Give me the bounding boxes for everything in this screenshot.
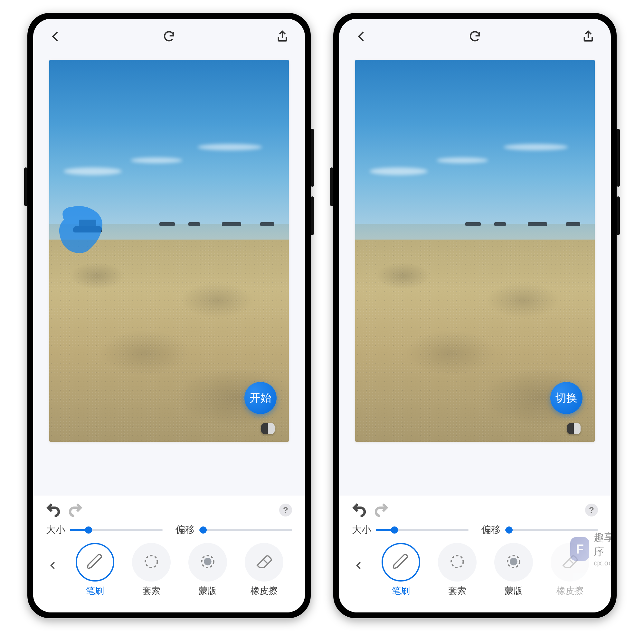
tool-eraser[interactable]: 橡皮擦 [245,543,283,597]
tool-list: 笔刷 套索 蒙版 [67,543,292,597]
image-canvas[interactable]: 切换 [355,60,595,442]
share-button[interactable] [581,29,595,43]
undo-button[interactable] [46,503,61,517]
refresh-button[interactable] [162,29,176,43]
image-canvas[interactable]: 开始 [49,60,289,442]
watermark-badge: F [570,537,589,561]
lasso-icon [142,553,160,572]
offset-slider[interactable] [199,529,292,531]
mask-icon [199,553,217,572]
redo-button[interactable] [374,503,389,517]
phone-left: F 趣享小程序 qx.oovc.cc [27,13,311,618]
svg-point-2 [204,558,211,565]
tool-mask[interactable]: 蒙版 [188,543,227,597]
back-button[interactable] [355,29,369,43]
tool-list: 笔刷 套索 蒙版 [373,543,598,597]
canvas-area: 切换 [339,54,611,496]
offset-label: 偏移 [175,523,195,536]
refresh-button[interactable] [468,29,482,43]
eraser-icon [255,553,273,572]
tools-nav-left[interactable] [352,543,366,588]
compare-toggle[interactable] [261,423,275,434]
tool-mask-label: 蒙版 [199,585,217,597]
mask-icon [505,553,523,572]
tool-brush[interactable]: 笔刷 [382,543,420,597]
svg-point-5 [510,558,517,565]
size-slider[interactable] [376,529,469,531]
tool-lasso[interactable]: 套索 [132,543,171,597]
help-button[interactable]: ? [279,504,292,516]
tool-brush-label: 笔刷 [86,585,104,597]
app-bar [339,19,611,54]
fab-label: 开始 [250,391,271,405]
size-label: 大小 [46,523,65,536]
fab-label: 切换 [555,391,577,405]
undo-button[interactable] [352,503,367,517]
tool-mask[interactable]: 蒙版 [494,543,533,597]
brush-selection-mark [56,201,111,256]
offset-label: 偏移 [481,523,501,536]
tool-brush-label: 笔刷 [392,585,410,597]
watermark-title: 趣享小程序 [594,531,611,559]
canvas-area: 开始 [33,54,305,496]
svg-point-3 [451,555,463,567]
back-button[interactable] [49,29,63,43]
screen-left: F 趣享小程序 qx.oovc.cc [33,19,305,612]
tool-lasso-label: 套索 [142,585,160,597]
redo-button[interactable] [68,503,83,517]
screen-right: 切换 ? 大小 [339,19,611,612]
app-bar [33,19,305,54]
size-label: 大小 [352,523,371,536]
tool-eraser-label: 橡皮擦 [556,585,583,597]
svg-point-0 [145,555,157,567]
tools-nav-left[interactable] [46,543,60,588]
pencil-icon [86,553,104,572]
size-slider[interactable] [70,529,163,531]
tool-lasso[interactable]: 套索 [438,543,477,597]
help-button[interactable]: ? [585,504,598,516]
watermark-url: qx.oovc.cc [594,559,611,567]
phone-right: 切换 ? 大小 [333,13,617,618]
tool-lasso-label: 套索 [448,585,466,597]
share-button[interactable] [275,29,289,43]
switch-button[interactable]: 切换 [550,382,582,414]
tool-eraser-label: 橡皮擦 [251,585,278,597]
compare-toggle[interactable] [567,423,581,434]
bottom-panel: ? 大小 偏移 [33,496,305,612]
pencil-icon [392,553,410,572]
tool-mask-label: 蒙版 [505,585,523,597]
tool-brush[interactable]: 笔刷 [76,543,114,597]
lasso-icon [448,553,466,572]
watermark: F 趣享小程序 qx.oovc.cc [570,531,611,567]
start-button[interactable]: 开始 [244,382,277,414]
